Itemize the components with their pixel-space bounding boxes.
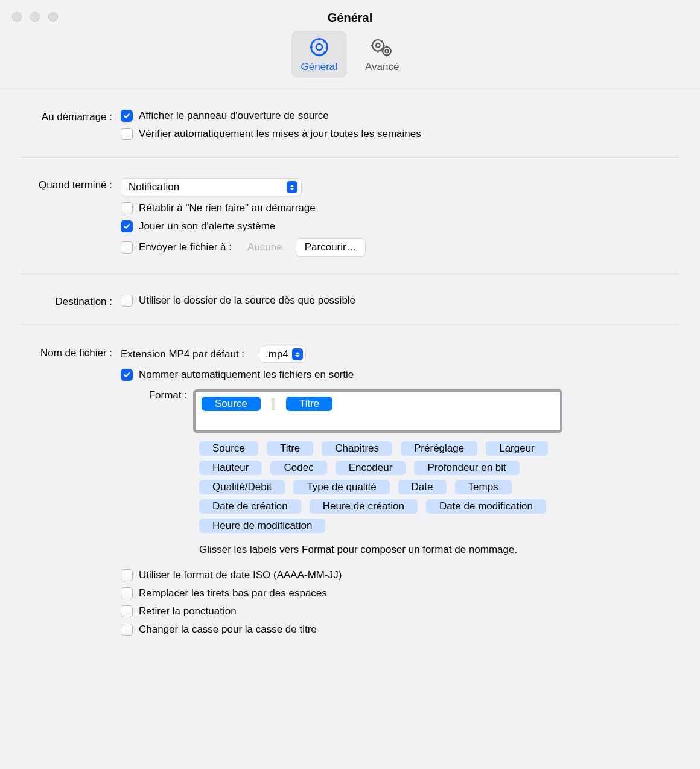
token-chapitres[interactable]: Chapitres	[322, 441, 392, 456]
label-title-case: Changer la casse pour la casse de titre	[139, 624, 317, 636]
checkbox-reset-done[interactable]	[121, 202, 133, 214]
checkbox-remove-punct[interactable]	[121, 605, 133, 617]
label-auto-name: Nommer automatiquement les fichiers en s…	[139, 369, 354, 381]
svg-point-1	[311, 39, 327, 56]
token-profondeur-en-bit[interactable]: Profondeur en bit	[414, 461, 519, 475]
label-send-file: Envoyer le fichier à :	[139, 241, 232, 254]
updown-icon	[292, 348, 303, 360]
token-titre[interactable]: Titre	[267, 441, 313, 456]
filename-label: Nom de fichier :	[21, 346, 121, 636]
token-pr-r-glage[interactable]: Préréglage	[401, 441, 477, 456]
token-heure-de-cr-ation[interactable]: Heure de création	[310, 499, 418, 514]
checkbox-alert-sound[interactable]	[121, 220, 133, 232]
format-cursor	[272, 398, 275, 410]
minimize-window-button[interactable]	[30, 12, 40, 22]
ext-value: .mp4	[266, 348, 288, 360]
svg-point-0	[316, 44, 322, 50]
label-reset-done: Rétablir à "Ne rien faire" au démarrage	[139, 202, 316, 214]
tab-general-label: Général	[301, 61, 337, 73]
updown-icon	[287, 181, 298, 193]
svg-point-2	[376, 43, 380, 48]
token-largeur[interactable]: Largeur	[486, 441, 548, 456]
token-date-de-cr-ation[interactable]: Date de création	[199, 499, 301, 514]
token-type-de-qualit-[interactable]: Type de qualité	[293, 480, 389, 494]
token-encodeur[interactable]: Encodeur	[336, 461, 406, 475]
token-date[interactable]: Date	[398, 480, 447, 494]
send-file-value: Aucune	[247, 241, 282, 254]
gear-icon	[307, 36, 331, 59]
label-check-updates: Vérifier automatiquement les mises à jou…	[139, 128, 421, 140]
startup-label: Au démarrage :	[21, 110, 121, 140]
label-alert-sound: Jouer un son d'alerte système	[139, 220, 275, 232]
label-remove-punct: Retirer la ponctuation	[139, 605, 237, 617]
browse-button[interactable]: Parcourir…	[296, 238, 366, 257]
checkbox-title-case[interactable]	[121, 624, 133, 636]
gears-icon	[370, 36, 394, 59]
label-iso-date: Utiliser le format de date ISO (AAAA-MM-…	[139, 569, 342, 581]
when-done-value: Notification	[129, 181, 179, 193]
format-label: Format :	[121, 389, 193, 401]
close-window-button[interactable]	[12, 12, 22, 22]
destination-label: Destination :	[21, 295, 121, 308]
label-use-source-folder: Utiliser le dossier de la source dès que…	[139, 295, 355, 307]
format-field[interactable]: Source Titre	[193, 389, 562, 433]
checkbox-underscore-space[interactable]	[121, 587, 133, 599]
format-token-titre[interactable]: Titre	[286, 397, 332, 411]
when-done-label: Quand terminé :	[21, 178, 121, 257]
token-hauteur[interactable]: Hauteur	[199, 461, 262, 475]
window-title: Général	[12, 11, 688, 25]
format-hint: Glisser les labels vers Format pour comp…	[199, 544, 679, 556]
tab-advanced[interactable]: Avancé	[355, 31, 409, 78]
tab-advanced-label: Avancé	[365, 61, 399, 73]
label-show-open-panel: Afficher le panneau d'ouverture de sourc…	[139, 110, 329, 122]
tab-general[interactable]: Général	[291, 31, 347, 78]
format-token-source[interactable]: Source	[202, 397, 261, 411]
when-done-select[interactable]: Notification	[121, 178, 302, 196]
svg-point-4	[386, 49, 389, 53]
label-underscore-space: Remplacer les tirets bas par des espaces	[139, 587, 327, 599]
ext-select[interactable]: .mp4	[259, 346, 306, 363]
token-source[interactable]: Source	[199, 441, 258, 456]
token-codec[interactable]: Codec	[270, 461, 326, 475]
token-qualit-d-bit[interactable]: Qualité/Débit	[199, 480, 285, 494]
checkbox-auto-name[interactable]	[121, 369, 133, 381]
token-date-de-modification[interactable]: Date de modification	[426, 499, 546, 514]
checkbox-check-updates[interactable]	[121, 128, 133, 140]
checkbox-use-source-folder[interactable]	[121, 295, 133, 307]
token-temps[interactable]: Temps	[455, 480, 512, 494]
checkbox-iso-date[interactable]	[121, 569, 133, 581]
checkbox-show-open-panel[interactable]	[121, 110, 133, 122]
ext-label: Extension MP4 par défaut :	[121, 348, 244, 360]
token-tray: SourceTitreChapitresPréréglageLargeurHau…	[199, 441, 568, 533]
svg-point-5	[383, 47, 391, 55]
zoom-window-button[interactable]	[48, 12, 58, 22]
checkbox-send-file[interactable]	[121, 241, 133, 254]
token-heure-de-modification[interactable]: Heure de modification	[199, 519, 325, 533]
